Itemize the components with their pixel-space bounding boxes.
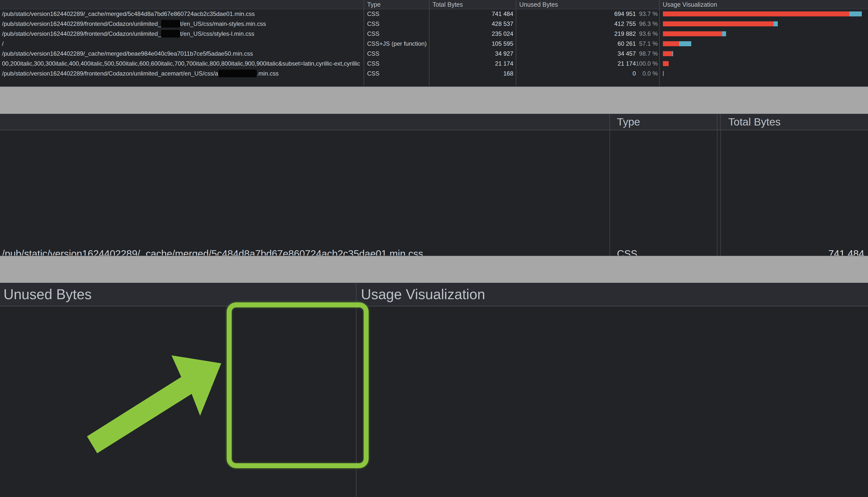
type-cell: CSS+JS (per function) xyxy=(367,39,427,49)
column-header-total-bytes[interactable]: Total Bytes xyxy=(432,0,463,9)
unused-percent: 57.1 % xyxy=(636,39,658,49)
redaction-box xyxy=(161,30,180,38)
unused-value: 412 755 xyxy=(614,20,636,27)
usage-bar xyxy=(663,31,726,36)
total-bytes-cell: 105 595 xyxy=(429,39,513,49)
bar-unused-segment xyxy=(663,41,679,46)
unused-percent: 93.6 % xyxy=(636,29,658,39)
column-header-usage-visualization[interactable]: Usage Visualization xyxy=(663,0,717,9)
type-cell: CSS xyxy=(617,246,715,256)
total-bytes-cell: 168 xyxy=(429,69,513,79)
unused-percent: 96.3 % xyxy=(636,19,658,29)
table-row[interactable]: /pub/static/version1624402289/frontend/C… xyxy=(0,29,868,39)
unused-bytes-cell: 34 45798.7 % xyxy=(516,49,658,59)
coverage-table-full: Type Total Bytes Unused Bytes Usage Visu… xyxy=(0,0,868,87)
bar-unused-segment xyxy=(663,51,672,56)
total-bytes-cell: 741 484 xyxy=(722,246,864,256)
redaction-box xyxy=(161,20,180,28)
unused-percent: 0.0 % xyxy=(636,69,658,79)
bar-used-segment xyxy=(679,41,691,46)
type-cell: CSS xyxy=(367,69,427,79)
bar-unused-segment xyxy=(663,22,773,26)
table-body: /pub/static/version1624402289/_cache/mer… xyxy=(0,246,868,256)
unused-value: 694 951 xyxy=(614,11,636,17)
unused-bytes-cell: 00.0 % xyxy=(516,69,658,79)
column-header-unused-bytes[interactable]: Unused Bytes xyxy=(519,0,558,9)
unused-value: 34 457 xyxy=(618,50,636,57)
url-cell: /pub/static/version1624402289/frontend/C… xyxy=(0,69,364,79)
table-row[interactable]: /pub/static/version1624402289/frontend/C… xyxy=(0,19,868,29)
usage-bar xyxy=(663,22,778,26)
column-header-usage-visualization[interactable]: Usage Visualization xyxy=(361,283,485,306)
column-header-total-bytes[interactable]: Total Bytes xyxy=(728,114,781,130)
bar-unused-segment xyxy=(663,31,722,36)
unused-bytes-cell: 219 88293.6 % xyxy=(516,29,658,39)
column-divider[interactable] xyxy=(720,114,721,255)
usage-bar xyxy=(663,71,664,76)
unused-bytes-cell: 60 26157.1 % xyxy=(516,39,658,49)
unused-percent: 93.7 % xyxy=(636,9,658,19)
table-row[interactable]: /pub/static/version1624402289/_cache/mer… xyxy=(0,49,868,59)
table-row[interactable]: /pub/static/version1624402289/_cache/mer… xyxy=(0,246,868,256)
total-bytes-cell: 741 484 xyxy=(429,9,513,19)
unused-percent: 98.7 % xyxy=(636,49,658,59)
usage-bar xyxy=(663,41,691,46)
url-cell: /pub/static/version1624402289/_cache/mer… xyxy=(0,49,364,59)
total-bytes-cell: 235 024 xyxy=(429,29,513,39)
bar-unused-segment xyxy=(663,61,669,66)
url-cell: /pub/static/version1624402289/_cache/mer… xyxy=(0,246,610,256)
url-cell: /pub/static/version1624402289/frontend/C… xyxy=(0,19,364,29)
type-cell: CSS xyxy=(367,19,427,29)
unused-bytes-cell: 412 75596.3 % xyxy=(516,19,658,29)
bar-used-segment xyxy=(773,22,778,26)
table-row[interactable]: /pub/static/version1624402289/_cache/mer… xyxy=(0,9,868,19)
usage-bar xyxy=(663,51,673,56)
url-cell: / xyxy=(0,39,364,49)
redaction-box xyxy=(218,70,257,77)
total-bytes-cell: 21 174 xyxy=(429,59,513,69)
column-header-unused-bytes[interactable]: Unused Bytes xyxy=(3,283,92,306)
url-cell: /pub/static/version1624402289/_cache/mer… xyxy=(0,9,364,19)
unused-value: 60 261 xyxy=(618,40,636,47)
column-divider[interactable] xyxy=(610,114,610,255)
unused-value: 0 xyxy=(632,70,636,77)
bar-used-segment xyxy=(722,31,726,36)
table-row[interactable]: /pub/static/version1624402289/frontend/C… xyxy=(0,69,868,79)
coverage-table-zoom-left: Type Total Bytes /pub/static/version1624… xyxy=(0,114,868,256)
bar-used-segment xyxy=(663,71,664,76)
unused-bytes-cell: 21 174100.0 % xyxy=(516,59,658,69)
unused-value: 219 882 xyxy=(614,30,636,37)
column-header-type[interactable]: Type xyxy=(617,114,640,130)
bar-used-segment xyxy=(672,51,673,56)
table-body: /pub/static/version1624402289/_cache/mer… xyxy=(0,9,868,79)
url-cell: 00,200italic,300,300italic,400,400italic… xyxy=(0,59,364,69)
type-cell: CSS xyxy=(367,59,427,69)
usage-bar xyxy=(663,61,669,66)
highlight-arrow-icon xyxy=(87,345,231,457)
type-cell: CSS xyxy=(367,9,427,19)
total-bytes-cell: 428 537 xyxy=(429,19,513,29)
unused-value: 21 174 xyxy=(618,60,636,67)
type-cell: CSS xyxy=(367,49,427,59)
total-bytes-cell: 34 927 xyxy=(429,49,513,59)
usage-bar xyxy=(663,11,862,16)
unused-bytes-cell: 694 95193.7 % xyxy=(516,9,658,19)
highlight-box xyxy=(227,302,369,468)
type-cell: CSS xyxy=(367,29,427,39)
bar-used-segment xyxy=(849,11,862,16)
table-row[interactable]: /CSS+JS (per function)105 59560 26157.1 … xyxy=(0,39,868,49)
bar-unused-segment xyxy=(663,11,849,16)
column-divider[interactable] xyxy=(717,114,717,255)
unused-percent: 100.0 % xyxy=(636,59,658,69)
column-header-type[interactable]: Type xyxy=(367,0,381,9)
url-cell: /pub/static/version1624402289/frontend/C… xyxy=(0,29,364,39)
table-row[interactable]: 00,200italic,300,300italic,400,400italic… xyxy=(0,59,868,69)
